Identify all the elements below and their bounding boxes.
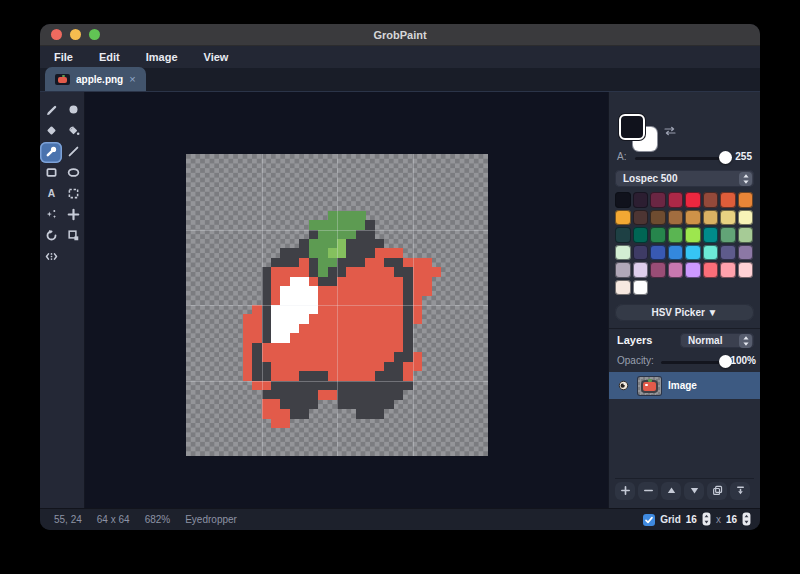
palette-swatch-3[interactable] xyxy=(668,192,684,208)
layer-remove-button[interactable] xyxy=(638,482,658,500)
title-bar: GrobPaint xyxy=(40,24,760,46)
palette-dropdown[interactable]: Lospec 500 xyxy=(615,170,754,187)
layer-row-image[interactable]: Image xyxy=(609,372,760,399)
palette-swatch-11[interactable] xyxy=(668,210,684,226)
pixel xyxy=(328,314,338,324)
layer-visibility-eye-icon[interactable] xyxy=(617,380,630,391)
palette-swatch-28[interactable] xyxy=(685,245,701,261)
palette-swatch-17[interactable] xyxy=(633,227,649,243)
opacity-slider-track[interactable] xyxy=(661,361,726,364)
palette-swatch-26[interactable] xyxy=(650,245,666,261)
swap-colors-icon[interactable] xyxy=(663,126,677,138)
layer-add-button[interactable] xyxy=(615,482,635,500)
blend-mode-dropdown[interactable]: Normal xyxy=(680,333,754,348)
grid-checkbox[interactable] xyxy=(643,514,655,526)
tool-brush[interactable] xyxy=(62,100,84,121)
palette-swatch-40[interactable] xyxy=(615,280,631,296)
layer-merge-down-button[interactable] xyxy=(730,482,750,500)
pixel xyxy=(243,314,253,324)
tool-transform[interactable] xyxy=(62,226,84,247)
pixel xyxy=(262,381,272,391)
palette-swatch-5[interactable] xyxy=(703,192,719,208)
tool-eyedropper-selected[interactable] xyxy=(40,142,62,163)
palette-swatch-13[interactable] xyxy=(703,210,719,226)
palette-swatch-6[interactable] xyxy=(720,192,736,208)
primary-color-swatch[interactable] xyxy=(619,114,645,140)
palette-swatch-7[interactable] xyxy=(738,192,754,208)
palette-swatch-18[interactable] xyxy=(650,227,666,243)
menu-image[interactable]: Image xyxy=(136,51,188,63)
palette-swatch-24[interactable] xyxy=(615,245,631,261)
palette-swatch-32[interactable] xyxy=(615,262,631,278)
tool-pan[interactable] xyxy=(40,247,62,268)
palette-swatch-21[interactable] xyxy=(703,227,719,243)
palette-swatch-33[interactable] xyxy=(633,262,649,278)
palette-swatch-0[interactable] xyxy=(615,192,631,208)
palette-swatch-35[interactable] xyxy=(668,262,684,278)
tool-fill[interactable] xyxy=(62,121,84,142)
pixel xyxy=(280,399,290,409)
tab-close-icon[interactable]: × xyxy=(129,74,135,85)
palette-swatch-1[interactable] xyxy=(633,192,649,208)
palette-swatch-23[interactable] xyxy=(738,227,754,243)
alpha-slider-track[interactable] xyxy=(635,157,726,160)
palette-swatch-22[interactable] xyxy=(720,227,736,243)
palette-swatch-39[interactable] xyxy=(738,262,754,278)
tool-pencil[interactable] xyxy=(40,100,62,121)
palette-swatch-16[interactable] xyxy=(615,227,631,243)
grid-height-stepper[interactable] xyxy=(742,512,751,528)
pixel xyxy=(328,305,338,315)
grid-width-stepper[interactable] xyxy=(702,512,711,528)
palette-swatch-25[interactable] xyxy=(633,245,649,261)
palette-swatch-30[interactable] xyxy=(720,245,736,261)
pixel xyxy=(271,324,281,334)
palette-swatch-12[interactable] xyxy=(685,210,701,226)
tool-eraser[interactable] xyxy=(40,121,62,142)
palette-swatch-29[interactable] xyxy=(703,245,719,261)
pixel xyxy=(328,362,338,372)
palette-swatch-14[interactable] xyxy=(720,210,736,226)
tool-text[interactable]: A xyxy=(40,184,62,205)
tool-wand[interactable] xyxy=(40,205,62,226)
tool-rotate[interactable] xyxy=(40,226,62,247)
pixel xyxy=(356,352,366,362)
palette-swatch-34[interactable] xyxy=(650,262,666,278)
palette-swatch-4[interactable] xyxy=(685,192,701,208)
pixel xyxy=(346,352,356,362)
palette-swatch-38[interactable] xyxy=(720,262,736,278)
palette-swatch-37[interactable] xyxy=(703,262,719,278)
palette-swatch-2[interactable] xyxy=(650,192,666,208)
menu-view[interactable]: View xyxy=(194,51,239,63)
palette-swatch-31[interactable] xyxy=(738,245,754,261)
palette-swatch-20[interactable] xyxy=(685,227,701,243)
pixel xyxy=(280,371,290,381)
tool-select[interactable] xyxy=(62,184,84,205)
pixel xyxy=(262,371,272,381)
palette-swatch-27[interactable] xyxy=(668,245,684,261)
palette-swatch-8[interactable] xyxy=(615,210,631,226)
layer-move-up-button[interactable] xyxy=(661,482,681,500)
tool-rectangle[interactable] xyxy=(40,163,62,184)
tab-apple-png[interactable]: apple.png × xyxy=(45,67,146,91)
menu-edit[interactable]: Edit xyxy=(89,51,130,63)
pixel xyxy=(384,248,394,258)
pixel xyxy=(365,248,375,258)
palette-swatch-9[interactable] xyxy=(633,210,649,226)
drawing-canvas[interactable] xyxy=(186,154,488,456)
select-icon xyxy=(67,186,80,204)
palette-swatch-36[interactable] xyxy=(685,262,701,278)
palette-swatch-41[interactable] xyxy=(633,280,649,296)
layer-duplicate-button[interactable] xyxy=(707,482,727,500)
pixel xyxy=(375,314,385,324)
tool-ellipse[interactable] xyxy=(62,163,84,184)
hsv-picker-button[interactable]: HSV Picker ▼ xyxy=(615,304,754,321)
alpha-slider-knob[interactable] xyxy=(719,151,732,164)
palette-swatch-19[interactable] xyxy=(668,227,684,243)
palette-swatch-15[interactable] xyxy=(738,210,754,226)
pixel xyxy=(337,211,347,221)
menu-file[interactable]: File xyxy=(44,51,83,63)
palette-swatch-10[interactable] xyxy=(650,210,666,226)
tool-move[interactable] xyxy=(62,205,84,226)
layer-move-down-button[interactable] xyxy=(684,482,704,500)
tool-line[interactable] xyxy=(62,142,84,163)
